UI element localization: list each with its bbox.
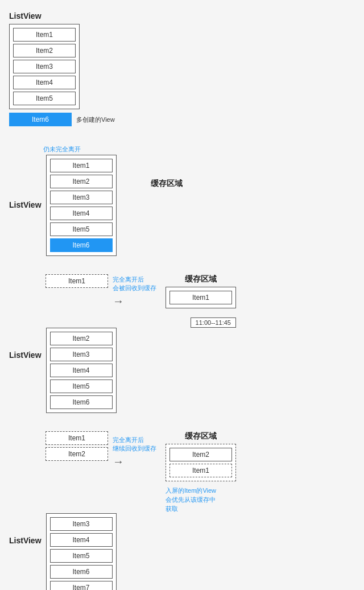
- list-item: Item3: [50, 348, 113, 361]
- section4-arrow-annotation: 完全离开后 继续回收到缓存: [113, 436, 156, 453]
- list-item: Item3: [50, 517, 113, 531]
- list-item: Item5: [13, 92, 76, 105]
- list-item: Item4: [50, 533, 113, 547]
- list-item: Item6: [50, 395, 113, 409]
- section1-annotation: 多创建的View: [76, 115, 115, 124]
- section3-item1-dashed: Item1: [46, 274, 108, 288]
- section4-arrow: →: [113, 455, 124, 468]
- cache-item1: Item1: [169, 291, 232, 304]
- section3-cache-label: 缓存区域: [166, 274, 236, 284]
- section2-listview-label: ListView: [9, 200, 42, 209]
- section3-cache-area: Item1: [166, 287, 236, 308]
- section2-annotation-top: 仍未完全离开: [43, 146, 81, 152]
- list-item: Item7: [50, 581, 113, 590]
- section4-item1-dashed: Item1: [46, 431, 108, 445]
- section2-cache-label: 缓存区域: [151, 179, 183, 189]
- section4-listview-label: ListView: [9, 536, 42, 545]
- section3: Item1 完全离开后 会被回收到缓存 → 缓存区域 Item1 11:00--…: [9, 274, 355, 413]
- section2-item6: Item6: [50, 238, 113, 252]
- cache-item2: Item2: [169, 448, 232, 461]
- section4-listview: Item3 Item4 Item5 Item6 Item7 ←: [46, 513, 117, 590]
- list-item: Item4: [50, 207, 113, 220]
- list-item: Item2: [50, 332, 113, 345]
- section3-listview: Item2 Item3 Item4 Item5 Item6: [46, 328, 117, 413]
- section3-listview-label: ListView: [9, 350, 42, 360]
- section4-cache-label: 缓存区域: [166, 431, 236, 442]
- section1-item6: Item6: [9, 113, 72, 126]
- section2-listview: Item1 Item2 Item3 Item4 Item5 Item6: [46, 155, 117, 256]
- list-item: Item5: [50, 549, 113, 563]
- cache-item1: Item1: [169, 464, 232, 477]
- section3-arrow: →: [113, 295, 124, 308]
- list-item: Item2: [13, 44, 76, 57]
- section4: Item1 Item2 完全离开后 继续回收到缓存 → 缓存区域 Item2 I…: [9, 431, 355, 590]
- list-item: Item1: [50, 159, 113, 172]
- list-item: Item5: [50, 379, 113, 393]
- list-item: Item2: [50, 175, 113, 188]
- section1-listview: Item1 Item2 Item3 Item4 Item5: [9, 24, 80, 109]
- section2: 仍未完全离开 ListView Item1 Item2 Item3 Item4 …: [9, 145, 355, 256]
- section4-item2-dashed: Item2: [46, 447, 108, 461]
- section1-listview-label: ListView: [9, 11, 42, 20]
- list-item: Item5: [50, 222, 113, 236]
- section3-time-badge: 11:00--11:45: [191, 317, 236, 328]
- list-item: Item1: [13, 28, 76, 42]
- section1: ListView Item1 Item2 Item3 Item4 Item5 I…: [9, 11, 355, 126]
- list-item: Item6: [50, 565, 113, 579]
- section4-annotation-right: 入屏的Item的View 会优先从该缓存中 获取: [166, 487, 216, 512]
- section3-arrow-annotation: 完全离开后 会被回收到缓存: [113, 275, 156, 292]
- list-item: Item3: [13, 60, 76, 73]
- list-item: Item3: [50, 191, 113, 204]
- section4-cache-area: Item2 Item1: [166, 444, 236, 481]
- list-item: Item4: [50, 364, 113, 377]
- list-item: Item4: [13, 76, 76, 89]
